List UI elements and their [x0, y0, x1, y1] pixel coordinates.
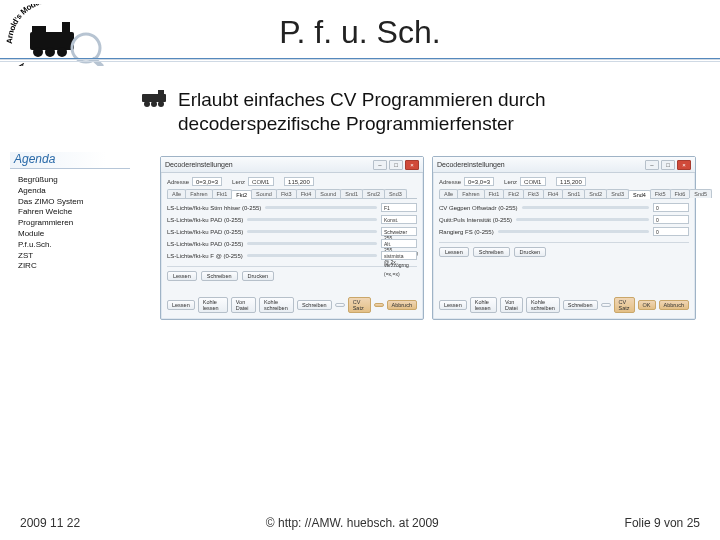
footer-date: 2009 11 22: [20, 516, 80, 530]
tab[interactable]: Fkt4: [543, 189, 564, 198]
bottom-button[interactable]: Kohle schreiben: [259, 297, 294, 313]
title-wrap: P. f. u. Sch.: [0, 14, 720, 51]
tab[interactable]: Fkt1: [484, 189, 505, 198]
tab[interactable]: Fkt2: [231, 190, 252, 199]
bottom-button[interactable]: Schreiben: [563, 300, 598, 310]
window-title: Decodereinstellungen: [437, 161, 645, 168]
tab[interactable]: Snd1: [562, 189, 585, 198]
cv-slider[interactable]: [247, 242, 377, 245]
slide-title: P. f. u. Sch.: [0, 14, 720, 51]
cv-select[interactable]: sistmixta verzzögrng (=x,=x): [381, 251, 417, 260]
tab[interactable]: Sound: [251, 189, 277, 198]
bottom-button[interactable]: [374, 303, 384, 307]
close-button[interactable]: ×: [405, 160, 419, 170]
field-value[interactable]: 0=3,0=3: [464, 177, 494, 186]
cv-slider[interactable]: [498, 230, 649, 233]
bullet-row: Erlaubt einfaches CV Programmieren durch…: [140, 88, 690, 136]
bottom-row: LessenKohle lessenVon DateiKohle schreib…: [167, 297, 417, 313]
action-button[interactable]: Lessen: [167, 271, 197, 281]
bottom-button[interactable]: CV Satz: [348, 297, 371, 313]
tab[interactable]: Fkt1: [212, 189, 233, 198]
tab[interactable]: Fkt4: [296, 189, 317, 198]
bottom-button[interactable]: Kohle lessen: [198, 297, 228, 313]
bottom-button[interactable]: Von Datei: [231, 297, 256, 313]
window-titlebar: Decodereinstellungen–□×: [433, 157, 695, 173]
minimize-button[interactable]: –: [645, 160, 659, 170]
tab[interactable]: Sound: [315, 189, 341, 198]
cv-slider[interactable]: [516, 218, 649, 221]
bottom-button[interactable]: Kohle lessen: [470, 297, 497, 313]
svg-rect-11: [158, 90, 164, 96]
cv-slider[interactable]: [247, 218, 377, 221]
tab[interactable]: Alle: [439, 189, 458, 198]
cv-select[interactable]: F1: [381, 203, 417, 212]
bottom-button[interactable]: [335, 303, 345, 307]
field-value[interactable]: 115,200: [284, 177, 314, 186]
tab[interactable]: Snd5: [689, 189, 712, 198]
cv-select[interactable]: Konst. Bremsweg 0-255: [381, 215, 417, 224]
tab[interactable]: Fkt6: [670, 189, 691, 198]
cv-select[interactable]: 0: [653, 227, 689, 236]
bottom-button[interactable]: CV Satz: [614, 297, 635, 313]
tab[interactable]: Fahren: [185, 189, 212, 198]
bottom-row: LessenKohle lessenVon DateiKohle schreib…: [439, 297, 689, 313]
bottom-button[interactable]: Kohle schreiben: [526, 297, 560, 313]
tab[interactable]: Snd2: [362, 189, 385, 198]
maximize-button[interactable]: □: [661, 160, 675, 170]
cv-slider[interactable]: [247, 230, 377, 233]
bottom-button[interactable]: Lessen: [167, 300, 195, 310]
tab[interactable]: Alle: [167, 189, 186, 198]
close-button[interactable]: ×: [677, 160, 691, 170]
bottom-button[interactable]: Von Datei: [500, 297, 523, 313]
cv-select[interactable]: 0: [653, 203, 689, 212]
action-button[interactable]: Drucken: [514, 247, 546, 257]
field: 115,200: [556, 177, 586, 186]
agenda-item: Agenda: [18, 186, 130, 197]
cv-select[interactable]: Schweizer Koria ASC 0-255: [381, 227, 417, 236]
tab[interactable]: Snd1: [340, 189, 363, 198]
action-button[interactable]: Schreiben: [473, 247, 510, 257]
field-value[interactable]: 0=3,0=3: [192, 177, 222, 186]
bottom-button[interactable]: OK: [638, 300, 656, 310]
action-row: LessenSchreibenDrucken: [167, 266, 417, 281]
tab[interactable]: Fahren: [457, 189, 484, 198]
cv-select[interactable]: Alt. Nefremsatzung @ 2x: [381, 239, 417, 248]
decoder-window: Decodereinstellungen–□×Adresse0=3,0=3Len…: [432, 156, 696, 320]
cv-label: LS-Lichte/fkt-ku Stim hhiser (0-255): [167, 205, 261, 211]
maximize-button[interactable]: □: [389, 160, 403, 170]
cv-slider[interactable]: [247, 254, 377, 257]
window-titlebar: Decodereinstellungen–□×: [161, 157, 423, 173]
tab[interactable]: Snd2: [584, 189, 607, 198]
bottom-button[interactable]: Abbruch: [659, 300, 690, 310]
title-divider: [0, 58, 720, 62]
bottom-button[interactable]: Schreiben: [297, 300, 332, 310]
cv-slider[interactable]: [265, 206, 377, 209]
field-value[interactable]: COM1: [520, 177, 546, 186]
tab[interactable]: Snd3: [606, 189, 629, 198]
cv-label: LS-Lichte/fkt-ku PAD (0-255): [167, 217, 243, 223]
tab[interactable]: Fkt5: [650, 189, 671, 198]
field-value[interactable]: 115,200: [556, 177, 586, 186]
cv-line: LS-Lichte/fkt-ku PAD (0-255)Schweizer Ko…: [167, 227, 417, 236]
bottom-button[interactable]: Lessen: [439, 300, 467, 310]
field: Adresse0=3,0=3: [439, 177, 494, 186]
action-button[interactable]: Lessen: [439, 247, 469, 257]
tab[interactable]: Fkt2: [503, 189, 524, 198]
cv-select[interactable]: 0: [653, 215, 689, 224]
action-button[interactable]: Schreiben: [201, 271, 238, 281]
field-value[interactable]: COM1: [248, 177, 274, 186]
slide: Arnold's Modell WEB http:// AMW.huebsch.…: [0, 0, 720, 540]
action-button[interactable]: Drucken: [242, 271, 274, 281]
bottom-button[interactable]: Abbruch: [387, 300, 418, 310]
tab[interactable]: Snd4: [628, 190, 651, 199]
bottom-button[interactable]: [601, 303, 611, 307]
minimize-button[interactable]: –: [373, 160, 387, 170]
tab[interactable]: Fkt3: [276, 189, 297, 198]
cv-line: LS-Lichte/fkt-ku Stim hhiser (0-255)F1: [167, 203, 417, 212]
tab[interactable]: Snd3: [384, 189, 407, 198]
cv-label: LS-Lichte/fkt-ku PAD (0-255): [167, 241, 243, 247]
cv-slider[interactable]: [522, 206, 649, 209]
agenda-item: Begrüßung: [18, 175, 130, 186]
tab[interactable]: Fkt3: [523, 189, 544, 198]
bullet-text: Erlaubt einfaches CV Programmieren durch…: [178, 88, 690, 136]
